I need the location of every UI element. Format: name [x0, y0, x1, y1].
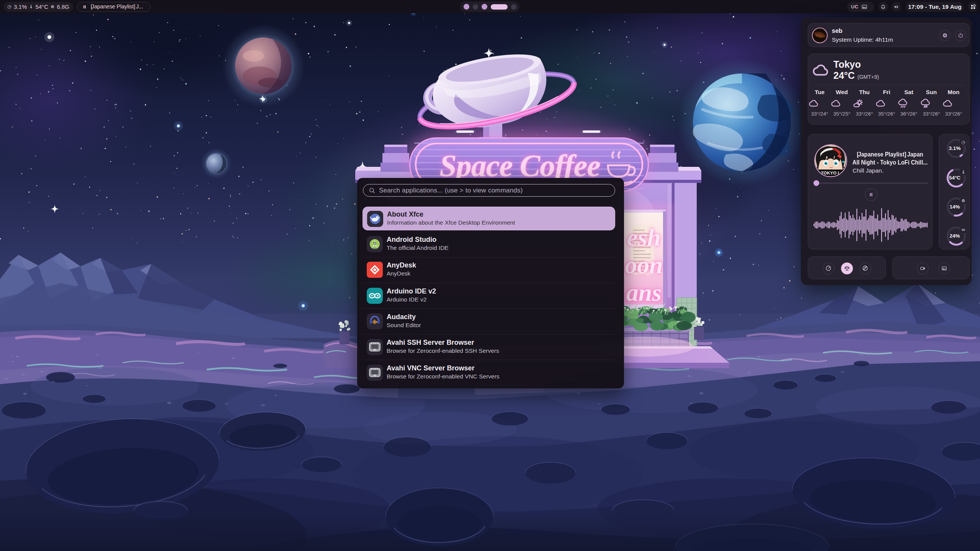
svg-text:esh: esh — [627, 224, 661, 251]
svg-text:Space Coffee: Space Coffee — [439, 149, 600, 183]
svg-text:oon: oon — [625, 251, 663, 279]
svg-text:TOKYO L: TOKYO L — [821, 171, 841, 175]
svg-text:ans: ans — [626, 279, 662, 306]
